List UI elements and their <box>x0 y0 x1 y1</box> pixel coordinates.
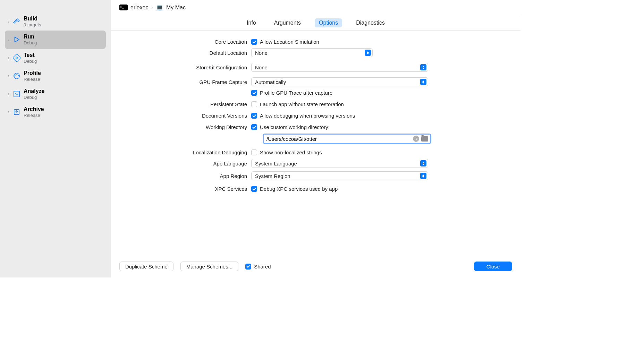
svg-rect-0 <box>13 54 20 62</box>
use-custom-workdir-checkbox[interactable] <box>251 124 257 130</box>
launch-without-state-label: Launch app without state restoration <box>260 101 344 107</box>
tab-info[interactable]: Info <box>243 18 260 27</box>
show-nonlocalized-checkbox[interactable] <box>251 149 257 155</box>
breadcrumb-target[interactable]: 💻 My Mac <box>156 5 186 11</box>
sidebar-item-title: Profile <box>24 70 41 77</box>
sidebar-item-test[interactable]: › Test Debug <box>0 49 111 67</box>
shared-checkbox[interactable] <box>245 264 251 270</box>
sidebar-item-subtitle: Debug <box>24 95 44 100</box>
xpc-services-label: XPC Services <box>119 186 251 192</box>
select-stepper-icon <box>420 64 426 70</box>
allow-location-simulation-checkbox[interactable] <box>251 39 257 45</box>
allow-location-simulation-label: Allow Location Simulation <box>260 39 319 45</box>
default-location-value: None <box>255 50 365 56</box>
breadcrumb-scheme-label: erlexec <box>130 5 149 11</box>
working-directory-field-wrap: ➔ <box>263 134 431 144</box>
app-language-label: App Language <box>119 161 251 166</box>
tab-arguments[interactable]: Arguments <box>270 18 305 27</box>
main-panel: erlexec › 💻 My Mac Info Arguments Option… <box>111 0 520 277</box>
app-region-select[interactable]: System Region <box>251 171 428 180</box>
default-location-select[interactable]: None <box>251 48 373 57</box>
show-nonlocalized-label: Show non-localized strings <box>260 149 322 155</box>
shared-label: Shared <box>254 264 271 270</box>
choose-folder-icon[interactable] <box>421 136 428 142</box>
breadcrumb: erlexec › 💻 My Mac <box>111 0 520 15</box>
chevron-right-icon: › <box>151 5 153 11</box>
chevron-right-icon: › <box>6 110 11 114</box>
sidebar-item-build[interactable]: › Build 0 targets <box>0 12 111 31</box>
sidebar-item-title: Run <box>24 33 37 40</box>
chevron-right-icon: › <box>6 74 11 78</box>
working-directory-label: Working Directory <box>119 124 251 130</box>
document-versions-label: Document Versions <box>119 113 251 119</box>
options-form: Core Location Allow Location Simulation … <box>111 31 520 258</box>
hammer-icon <box>12 17 22 26</box>
sidebar-item-subtitle: Debug <box>24 59 37 64</box>
app-language-select[interactable]: System Language <box>251 159 428 168</box>
laptop-icon: 💻 <box>156 5 163 11</box>
core-location-label: Core Location <box>119 39 251 45</box>
goto-path-icon[interactable]: ➔ <box>413 136 419 142</box>
profile-gpu-trace-checkbox[interactable] <box>251 90 257 96</box>
persistent-state-label: Persistent State <box>119 101 251 107</box>
select-stepper-icon <box>420 79 426 85</box>
sidebar-item-title: Build <box>24 15 41 22</box>
tab-diagnostics[interactable]: Diagnostics <box>352 18 389 27</box>
test-icon <box>12 53 22 63</box>
storekit-label: StoreKit Configuration <box>119 65 251 70</box>
launch-without-state-checkbox[interactable] <box>251 101 257 107</box>
chevron-right-icon: › <box>6 92 11 96</box>
localization-debugging-label: Localization Debugging <box>119 149 251 155</box>
gpu-capture-label: GPU Frame Capture <box>119 79 251 85</box>
breadcrumb-scheme[interactable]: erlexec <box>119 5 149 11</box>
chevron-right-icon: › <box>6 37 11 42</box>
chevron-right-icon: › <box>6 19 11 24</box>
terminal-icon <box>119 5 128 10</box>
play-icon <box>12 35 22 44</box>
sidebar-item-archive[interactable]: › Archive Release <box>0 103 111 121</box>
app-language-value: System Language <box>255 161 420 166</box>
sidebar-item-analyze[interactable]: › Analyze Debug <box>0 85 111 103</box>
default-location-label: Default Location <box>119 50 251 56</box>
storekit-value: None <box>255 65 420 70</box>
gpu-capture-select[interactable]: Automatically <box>251 77 428 86</box>
sidebar-item-profile[interactable]: › Profile Release <box>0 67 111 85</box>
debug-xpc-label: Debug XPC services used by app <box>260 186 338 192</box>
select-stepper-icon <box>420 160 426 166</box>
breadcrumb-target-label: My Mac <box>166 5 186 11</box>
duplicate-scheme-button[interactable]: Duplicate Scheme <box>119 262 173 271</box>
select-stepper-icon <box>420 173 426 179</box>
archive-icon <box>12 107 22 117</box>
tab-options[interactable]: Options <box>315 18 342 27</box>
select-stepper-icon <box>365 50 371 56</box>
sidebar-item-subtitle: Release <box>24 77 41 82</box>
tab-bar: Info Arguments Options Diagnostics <box>111 15 520 31</box>
sidebar-item-title: Test <box>24 52 37 59</box>
allow-version-debug-checkbox[interactable] <box>251 113 257 119</box>
sidebar: › Build 0 targets › Run Debug › Test Deb… <box>0 0 111 277</box>
profile-gpu-trace-label: Profile GPU Trace after capture <box>260 90 332 96</box>
sidebar-item-subtitle: Debug <box>24 40 37 46</box>
gpu-capture-value: Automatically <box>255 79 420 85</box>
working-directory-input[interactable] <box>266 136 411 142</box>
storekit-select[interactable]: None <box>251 63 428 72</box>
sidebar-item-title: Analyze <box>24 88 44 95</box>
footer: Duplicate Scheme Manage Schemes... Share… <box>111 258 520 277</box>
chevron-right-icon: › <box>6 55 11 60</box>
close-button[interactable]: Close <box>474 262 512 271</box>
use-custom-workdir-label: Use custom working directory: <box>260 124 330 130</box>
gauge-icon <box>12 71 22 81</box>
app-region-label: App Region <box>119 173 251 179</box>
analyze-icon <box>12 89 22 99</box>
sidebar-item-subtitle: 0 targets <box>24 22 41 28</box>
sidebar-item-subtitle: Release <box>24 113 44 118</box>
debug-xpc-checkbox[interactable] <box>251 186 257 192</box>
manage-schemes-button[interactable]: Manage Schemes... <box>180 262 238 271</box>
allow-version-debug-label: Allow debugging when browsing versions <box>260 113 355 119</box>
sidebar-item-title: Archive <box>24 106 44 113</box>
app-region-value: System Region <box>255 173 420 179</box>
sidebar-item-run[interactable]: › Run Debug <box>5 31 106 49</box>
